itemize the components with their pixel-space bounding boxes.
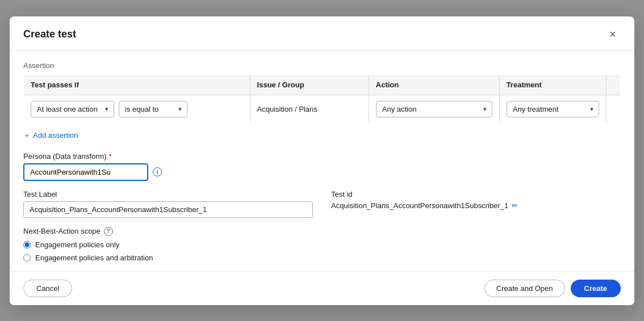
issue-group-cell: Acquisition / Plans — [250, 95, 369, 123]
action-select-wrapper: Any action ▼ — [376, 101, 492, 117]
test-label-id-row: Test Label Test id Acquisition_Plans_Acc… — [23, 190, 621, 218]
scope-radio-input-engagement-arbitration[interactable] — [23, 254, 31, 261]
assertion-table: Test passes if Issue / Group Action Trea… — [23, 74, 621, 124]
assertion-row: At least one action All actions No actio… — [24, 95, 621, 123]
test-passes-cell: At least one action All actions No actio… — [24, 95, 250, 123]
footer-right-buttons: Create and Open Create — [484, 280, 621, 297]
test-label-col: Test Label — [23, 190, 313, 218]
test-id-display: Acquisition_Plans_AccountPersonawith1Sub… — [331, 201, 621, 210]
add-assertion-label: Add assertion — [33, 131, 78, 140]
test-id-label: Test id — [331, 190, 621, 198]
persona-section: Persona (Data transform) * i — [23, 152, 621, 181]
modal-header: Create test × — [10, 16, 634, 51]
modal-overlay: Create test × Assertion Test passes if I… — [0, 0, 644, 321]
required-star: * — [109, 152, 112, 160]
test-label-input[interactable] — [23, 201, 313, 218]
cancel-button[interactable]: Cancel — [23, 280, 72, 297]
treatment-select[interactable]: Any treatment — [507, 101, 599, 117]
persona-input[interactable] — [23, 163, 148, 181]
create-button[interactable]: Create — [571, 280, 621, 297]
col-header-extra — [607, 74, 621, 95]
persona-input-wrapper: i — [23, 163, 621, 181]
edit-icon[interactable]: ✏ — [512, 201, 518, 210]
plus-icon: ＋ — [23, 130, 31, 141]
operator-select[interactable]: is equal to is not equal to — [119, 101, 187, 117]
action-select[interactable]: Any action — [376, 101, 492, 117]
nba-scope-section: Next-Best-Action scope ? Engagement poli… — [23, 227, 621, 262]
create-test-modal: Create test × Assertion Test passes if I… — [10, 16, 634, 305]
operator-select-wrapper: is equal to is not equal to ▼ — [119, 101, 187, 117]
assertion-section-label: Assertion — [23, 61, 621, 70]
create-and-open-button[interactable]: Create and Open — [484, 280, 565, 297]
scope-radio-group: Engagement policies only Engagement poli… — [23, 240, 621, 262]
info-icon[interactable]: i — [153, 167, 162, 176]
scope-radio-input-engagement-only[interactable] — [23, 241, 31, 248]
treatment-cell: Any treatment ▼ — [499, 95, 606, 123]
issue-group-value: Acquisition / Plans — [257, 105, 317, 113]
treatment-select-wrapper: Any treatment ▼ — [507, 101, 599, 117]
close-button[interactable]: × — [605, 27, 621, 43]
help-icon[interactable]: ? — [104, 227, 113, 236]
scope-radio-engagement-only[interactable]: Engagement policies only — [23, 240, 621, 249]
modal-title: Create test — [23, 28, 76, 40]
close-icon: × — [609, 28, 616, 41]
test-id-value: Acquisition_Plans_AccountPersonawith1Sub… — [331, 201, 508, 210]
condition-select-wrapper: At least one action All actions No actio… — [31, 101, 114, 117]
condition-select[interactable]: At least one action All actions No actio… — [31, 101, 114, 117]
col-header-issue-group: Issue / Group — [250, 74, 369, 95]
modal-footer: Cancel Create and Open Create — [10, 271, 634, 305]
scope-radio-engagement-arbitration[interactable]: Engagement policies and arbitration — [23, 254, 621, 262]
scope-label: Next-Best-Action scope ? — [23, 227, 621, 236]
test-id-col: Test id Acquisition_Plans_AccountPersona… — [331, 190, 621, 218]
action-cell: Any action ▼ — [369, 95, 499, 123]
col-header-test-passes: Test passes if — [24, 74, 250, 95]
add-assertion-button[interactable]: ＋ Add assertion — [23, 128, 78, 143]
persona-label: Persona (Data transform) * — [23, 152, 621, 160]
scope-option-engagement-arbitration-label: Engagement policies and arbitration — [35, 254, 153, 262]
col-header-treatment: Treatment — [499, 74, 606, 95]
scope-option-engagement-only-label: Engagement policies only — [35, 240, 119, 249]
modal-body: Assertion Test passes if Issue / Group A… — [10, 51, 634, 271]
col-header-action: Action — [369, 74, 499, 95]
test-label-label: Test Label — [23, 190, 313, 198]
assertion-section: Assertion Test passes if Issue / Group A… — [23, 61, 621, 143]
row-actions-cell — [607, 95, 621, 123]
